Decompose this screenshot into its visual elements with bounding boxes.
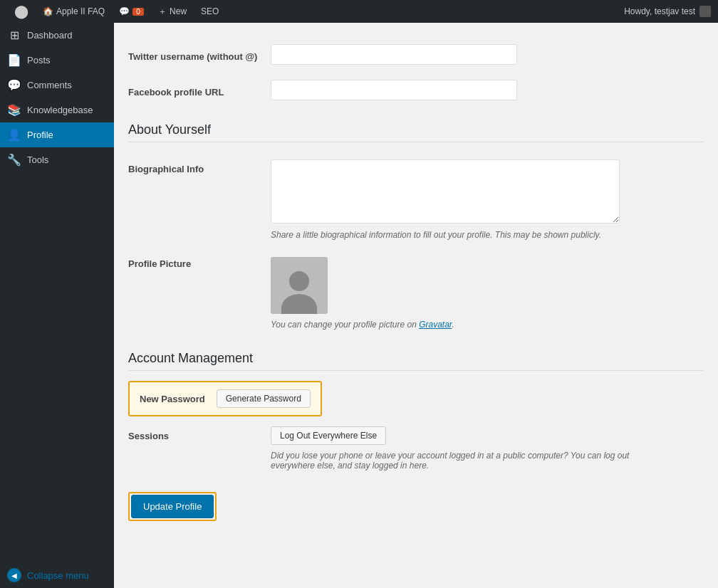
sidebar-item-label: Posts (27, 55, 51, 65)
comment-icon: 💬 (119, 6, 130, 16)
tools-icon: 🔧 (7, 153, 21, 167)
main-content: Twitter username (without @) Facebook pr… (114, 23, 718, 588)
avatar (699, 6, 711, 17)
profile-icon: 👤 (7, 128, 21, 142)
knowledgebase-icon: 📚 (7, 103, 21, 117)
wp-logo-button[interactable]: ⬤ (7, 0, 36, 23)
sidebar: ⊞ Dashboard 📄 Posts 💬 Comments 📚 Knowled… (0, 23, 114, 588)
comments-count: 0 (132, 8, 144, 16)
gravatar-dot: . (452, 320, 454, 330)
sidebar-item-dashboard[interactable]: ⊞ Dashboard (0, 23, 114, 48)
new-password-label: New Password (140, 394, 205, 404)
sidebar-item-label: Comments (27, 80, 72, 90)
new-label: New (170, 6, 187, 16)
avatar-body (281, 294, 317, 314)
update-profile-button[interactable]: Update Profile (131, 495, 214, 518)
twitter-label: Twitter username (without @) (128, 51, 257, 62)
new-password-section: New Password Generate Password (128, 381, 322, 416)
bio-textarea[interactable] (271, 159, 620, 224)
sidebar-item-comments[interactable]: 💬 Comments (0, 73, 114, 98)
bio-help-text: Share a little biographical information … (271, 230, 704, 240)
seo-label: SEO (201, 6, 219, 16)
site-name-button[interactable]: 🏠 Apple II FAQ (36, 0, 112, 23)
sidebar-item-label: Tools (27, 154, 48, 165)
update-profile-wrapper: Update Profile (128, 492, 217, 521)
facebook-label: Facebook profile URL (128, 87, 224, 98)
howdy-text: Howdy, testjav test (624, 6, 695, 16)
sidebar-item-label: Dashboard (27, 30, 73, 41)
sessions-help-text: Did you lose your phone or leave your ac… (271, 451, 655, 471)
sidebar-item-profile[interactable]: 👤 Profile (0, 122, 114, 147)
generate-password-button[interactable]: Generate Password (217, 389, 311, 408)
logout-everywhere-button[interactable]: Log Out Everywhere Else (271, 426, 386, 445)
gravatar-link[interactable]: Gravatar (419, 320, 452, 330)
admin-bar: ⬤ 🏠 Apple II FAQ 💬 0 ＋ New SEO Howdy, te… (0, 0, 718, 23)
profile-picture (271, 257, 328, 314)
collapse-icon: ◀ (7, 568, 21, 582)
bio-label: Biographical Info (128, 164, 204, 174)
account-management-heading: Account Management (128, 351, 704, 371)
profile-form: Twitter username (without @) Facebook pr… (128, 37, 704, 108)
site-name: Apple II FAQ (56, 6, 105, 16)
gravatar-help: You can change your profile picture on G… (271, 320, 704, 330)
profile-picture-label: Profile Picture (128, 258, 191, 269)
dashboard-icon: ⊞ (7, 28, 21, 42)
comments-button[interactable]: 💬 0 (112, 0, 151, 23)
sidebar-item-label: Profile (27, 130, 53, 140)
posts-icon: 📄 (7, 53, 21, 67)
twitter-input[interactable] (271, 44, 517, 65)
sidebar-item-label: Knowledgebase (27, 105, 93, 115)
comments-icon: 💬 (7, 78, 21, 92)
wp-logo-icon: ⬤ (14, 4, 28, 19)
avatar-head (289, 271, 309, 291)
about-yourself-heading: About Yourself (128, 122, 704, 142)
about-form: Biographical Info Share a little biograp… (128, 152, 704, 337)
plus-icon: ＋ (158, 6, 167, 18)
sessions-label: Sessions (128, 431, 169, 441)
collapse-menu-button[interactable]: ◀ Collapse menu (0, 562, 114, 588)
seo-button[interactable]: SEO (194, 0, 226, 23)
sidebar-item-knowledgebase[interactable]: 📚 Knowledgebase (0, 98, 114, 122)
account-form: New Password Generate Password Sessions … (128, 381, 704, 478)
sidebar-item-posts[interactable]: 📄 Posts (0, 48, 114, 73)
new-content-button[interactable]: ＋ New (151, 0, 194, 23)
facebook-input[interactable] (271, 80, 517, 100)
sidebar-item-tools[interactable]: 🔧 Tools (0, 147, 114, 172)
collapse-label: Collapse menu (27, 570, 89, 581)
avatar-silhouette (278, 264, 321, 314)
home-icon: 🏠 (43, 6, 53, 16)
gravatar-help-text: You can change your profile picture on (271, 320, 419, 330)
